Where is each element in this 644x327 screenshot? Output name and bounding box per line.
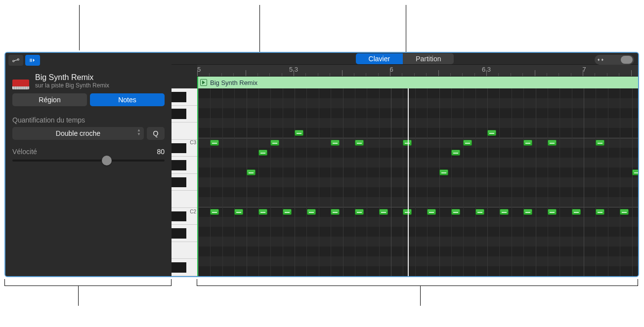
midi-note[interactable] [210,140,219,146]
inspector-toolbar [5,53,172,68]
velocity-label: Vélocité [12,148,37,156]
midi-note[interactable] [451,209,460,215]
midi-note[interactable] [463,140,472,146]
region-play-icon [200,79,207,86]
midi-note[interactable] [270,140,279,146]
midi-note[interactable] [548,209,557,215]
octave-label: C3 [190,140,196,145]
midi-note[interactable] [632,169,638,175]
quantize-label: Quantification du temps [12,116,165,124]
tab-region[interactable]: Région [12,93,87,106]
track-subtitle: sur la piste Big Synth Remix [35,82,109,89]
svg-line-2 [14,60,17,61]
midi-note[interactable] [487,130,496,136]
catch-playhead-button[interactable] [25,55,40,66]
midi-note[interactable] [331,209,340,215]
editor-toolbar: Clavier Partition [172,53,638,65]
midi-note[interactable] [523,140,532,146]
octave-label: C2 [190,209,196,214]
midi-note[interactable] [548,140,557,146]
midi-note[interactable] [596,209,604,215]
midi-note[interactable] [258,209,267,215]
midi-note[interactable] [234,209,243,215]
velocity-slider[interactable] [12,160,165,162]
view-keyboard[interactable]: Clavier [356,53,403,64]
stepper-icon: ▲▼ [137,128,141,136]
quantize-select[interactable]: Double croche ▲▼ [12,127,144,140]
region-header[interactable]: Big Synth Remix [197,77,638,88]
ruler-label: 5 [197,66,201,73]
velocity-value: 80 [157,148,165,156]
midi-note[interactable] [439,169,448,175]
svg-point-0 [13,60,14,62]
automation-toggle-button[interactable] [8,55,23,66]
svg-marker-3 [33,59,35,62]
inspector-panel: Big Synth Remix sur la piste Big Synth R… [5,53,172,276]
midi-note[interactable] [500,209,509,215]
midi-note[interactable] [295,130,303,136]
editor-area: Clavier Partition 55.366.37 Big Synth Re… [172,53,638,276]
region-name: Big Synth Remix [210,79,258,86]
midi-note[interactable] [379,209,388,215]
midi-note[interactable] [475,209,484,215]
instrument-icon [12,73,29,89]
track-title: Big Synth Remix [35,73,109,82]
view-switcher: Clavier Partition [356,53,454,64]
inspector-tabs: Région Notes [5,93,172,106]
callout-line [420,286,421,306]
time-ruler[interactable]: 55.366.37 [197,65,638,77]
callout-line [78,286,79,306]
piano-keyboard[interactable]: C3C2 [172,88,197,276]
midi-note[interactable] [331,140,340,146]
track-info: Big Synth Remix sur la piste Big Synth R… [5,68,172,93]
note-grid[interactable] [197,88,638,276]
midi-note[interactable] [355,209,364,215]
midi-note[interactable] [307,209,316,215]
midi-note[interactable] [620,209,629,215]
quantize-button[interactable]: Q [147,127,165,140]
tab-notes[interactable]: Notes [90,93,165,106]
midi-note[interactable] [572,209,581,215]
midi-note[interactable] [427,209,436,215]
svg-marker-6 [202,81,205,84]
callout-bracket [197,279,638,286]
midi-note[interactable] [247,169,256,175]
midi-note[interactable] [283,209,292,215]
midi-note[interactable] [355,140,364,146]
view-score[interactable]: Partition [403,53,454,64]
horizontal-zoom[interactable] [595,55,634,65]
svg-point-1 [17,59,19,60]
midi-note[interactable] [210,209,219,215]
midi-note[interactable] [451,150,460,156]
piano-roll-editor: Big Synth Remix sur la piste Big Synth R… [4,52,639,277]
callout-line [79,5,80,50]
zoom-thumb[interactable] [621,56,633,64]
midi-note[interactable] [596,140,604,146]
midi-note[interactable] [258,150,267,156]
playhead[interactable] [408,88,409,276]
callout-bracket [4,279,172,286]
slider-thumb[interactable] [102,156,112,165]
quantize-value: Double croche [56,129,100,137]
midi-note[interactable] [523,209,532,215]
